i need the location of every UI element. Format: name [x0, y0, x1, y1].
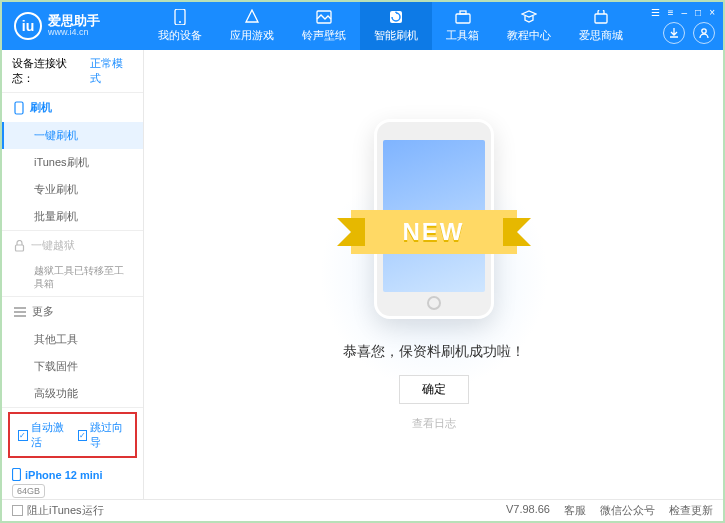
toolbox-icon — [455, 9, 471, 25]
sidebar-head-flash[interactable]: 刷机 — [2, 93, 143, 122]
maximize-button[interactable]: □ — [695, 7, 701, 18]
checkbox-icon: ✓ — [78, 430, 88, 441]
block-itunes-label: 阻止iTunes运行 — [27, 503, 104, 518]
phone-home-button — [427, 296, 441, 310]
sidebar-head-label: 刷机 — [30, 100, 52, 115]
app-header: iu 爱思助手 www.i4.cn 我的设备 应用游戏 铃声壁纸 智能刷机 工具… — [2, 2, 723, 50]
close-button[interactable]: × — [709, 7, 715, 18]
nav-label: 工具箱 — [446, 28, 479, 43]
footer-wechat[interactable]: 微信公众号 — [600, 503, 655, 518]
svg-rect-13 — [13, 469, 21, 481]
nav-label: 铃声壁纸 — [302, 28, 346, 43]
nav-store[interactable]: 爱思商城 — [565, 2, 637, 50]
list-icon[interactable]: ≡ — [668, 7, 674, 18]
svg-rect-6 — [595, 14, 607, 23]
sidebar-head-label: 更多 — [32, 304, 54, 319]
nav-apps-games[interactable]: 应用游戏 — [216, 2, 288, 50]
connection-status: 设备连接状态： 正常模式 — [2, 50, 143, 93]
nav-label: 教程中心 — [507, 28, 551, 43]
footer-service[interactable]: 客服 — [564, 503, 586, 518]
sidebar-head-label: 一键越狱 — [31, 238, 75, 253]
sidebar-head-jailbreak[interactable]: 一键越狱 — [2, 231, 143, 260]
checkbox-block-itunes[interactable] — [12, 505, 23, 516]
checkbox-label: 自动激活 — [31, 420, 68, 450]
lock-icon — [14, 240, 25, 252]
svg-point-1 — [179, 21, 181, 23]
phone-illustration: NEW — [374, 119, 494, 319]
new-ribbon: NEW — [351, 210, 517, 254]
device-name: iPhone 12 mini — [12, 468, 133, 481]
success-message: 恭喜您，保资料刷机成功啦！ — [343, 343, 525, 361]
sidebar-item-batch-flash[interactable]: 批量刷机 — [2, 203, 143, 230]
version-label: V7.98.66 — [506, 503, 550, 518]
logo-icon: iu — [14, 12, 42, 40]
device-storage-badge: 64GB — [12, 484, 45, 498]
options-highlight-box: ✓自动激活 ✓跳过向导 — [8, 412, 137, 458]
tutorial-icon — [521, 9, 537, 25]
download-button[interactable] — [663, 22, 685, 44]
store-icon — [593, 9, 609, 25]
nav-label: 我的设备 — [158, 28, 202, 43]
footer-check-update[interactable]: 检查更新 — [669, 503, 713, 518]
app-title: 爱思助手 — [48, 14, 100, 27]
ok-button[interactable]: 确定 — [399, 375, 469, 404]
svg-rect-5 — [460, 11, 466, 14]
menu-icon[interactable]: ☰ — [651, 7, 660, 18]
nav-label: 爱思商城 — [579, 28, 623, 43]
device-name-text: iPhone 12 mini — [25, 469, 103, 481]
user-button[interactable] — [693, 22, 715, 44]
sidebar-item-other-tools[interactable]: 其他工具 — [2, 326, 143, 353]
phone-tiny-icon — [12, 468, 21, 481]
titlebar-controls: ☰ ≡ – □ × — [643, 2, 723, 22]
sidebar-item-oneclick-flash[interactable]: 一键刷机 — [2, 122, 143, 149]
main-nav: 我的设备 应用游戏 铃声壁纸 智能刷机 工具箱 教程中心 爱思商城 — [144, 2, 637, 50]
sidebar-item-itunes-flash[interactable]: iTunes刷机 — [2, 149, 143, 176]
conn-value: 正常模式 — [90, 56, 133, 86]
nav-label: 应用游戏 — [230, 28, 274, 43]
checkbox-skip-guide[interactable]: ✓跳过向导 — [78, 420, 128, 450]
nav-my-device[interactable]: 我的设备 — [144, 2, 216, 50]
svg-rect-4 — [456, 14, 470, 23]
nav-toolbox[interactable]: 工具箱 — [432, 2, 493, 50]
nav-label: 智能刷机 — [374, 28, 418, 43]
sidebar: 设备连接状态： 正常模式 刷机 一键刷机 iTunes刷机 专业刷机 批量刷机 … — [2, 50, 144, 499]
nav-tutorials[interactable]: 教程中心 — [493, 2, 565, 50]
nav-smart-flash[interactable]: 智能刷机 — [360, 2, 432, 50]
phone-icon — [172, 9, 188, 25]
minimize-button[interactable]: – — [682, 7, 688, 18]
checkbox-icon: ✓ — [18, 430, 28, 441]
view-log-link[interactable]: 查看日志 — [412, 416, 456, 431]
checkbox-label: 跳过向导 — [90, 420, 127, 450]
phone-small-icon — [14, 101, 24, 115]
checkbox-auto-activate[interactable]: ✓自动激活 — [18, 420, 68, 450]
svg-rect-9 — [16, 245, 24, 251]
flash-icon — [388, 9, 404, 25]
device-info[interactable]: iPhone 12 mini 64GB Down-12mini-13,1 — [2, 462, 143, 499]
apps-icon — [244, 9, 260, 25]
sidebar-item-pro-flash[interactable]: 专业刷机 — [2, 176, 143, 203]
sidebar-head-more[interactable]: 更多 — [2, 297, 143, 326]
wallpaper-icon — [316, 9, 332, 25]
svg-rect-8 — [15, 102, 23, 114]
footer: 阻止iTunes运行 V7.98.66 客服 微信公众号 检查更新 — [2, 499, 723, 521]
main-content: NEW 恭喜您，保资料刷机成功啦！ 确定 查看日志 — [144, 50, 723, 499]
app-subtitle: www.i4.cn — [48, 27, 100, 38]
sidebar-item-advanced[interactable]: 高级功能 — [2, 380, 143, 407]
more-icon — [14, 307, 26, 317]
svg-point-7 — [702, 29, 706, 33]
nav-ringtone-wallpaper[interactable]: 铃声壁纸 — [288, 2, 360, 50]
jailbreak-note: 越狱工具已转移至工具箱 — [2, 260, 143, 296]
sidebar-item-download-firmware[interactable]: 下载固件 — [2, 353, 143, 380]
logo-area: iu 爱思助手 www.i4.cn — [2, 12, 144, 40]
conn-label: 设备连接状态： — [12, 56, 86, 86]
